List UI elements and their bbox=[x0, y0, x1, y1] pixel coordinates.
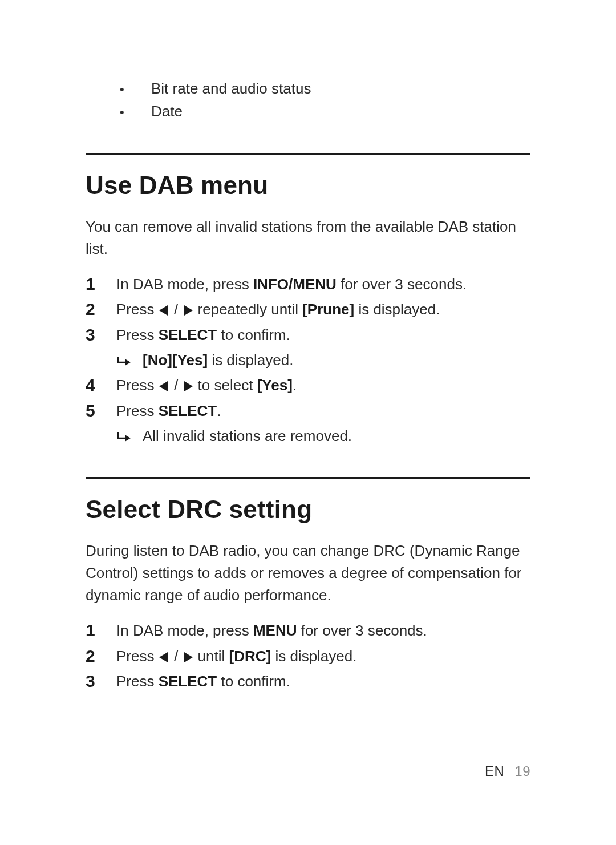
bold-text: SELECT bbox=[159, 326, 217, 343]
result-arrow-icon bbox=[116, 349, 143, 371]
bold-text: MENU bbox=[253, 622, 297, 639]
step-number: 4 bbox=[86, 374, 116, 397]
text: repeatedly until bbox=[193, 301, 302, 318]
left-right-nav-icon: / bbox=[159, 648, 194, 665]
text: to confirm. bbox=[217, 326, 290, 343]
bold-text: [No][Yes] bbox=[143, 351, 208, 369]
text: . bbox=[217, 402, 221, 419]
step-text: Press SELECT. All invalid stations are r… bbox=[116, 399, 530, 448]
step-text: Press SELECT to confirm. [No][Yes] is di… bbox=[116, 324, 530, 372]
section-heading: Use DAB menu bbox=[86, 171, 530, 200]
text: Press bbox=[116, 377, 159, 394]
step-number: 3 bbox=[86, 324, 116, 347]
step-3: 3 Press SELECT to confirm. bbox=[86, 670, 530, 693]
text: for over 3 seconds. bbox=[337, 276, 467, 293]
svg-marker-0 bbox=[159, 305, 168, 316]
bullet-text: Bit rate and audio status bbox=[151, 77, 311, 100]
step-text: In DAB mode, press INFO/MENU for over 3 … bbox=[116, 273, 530, 296]
left-right-nav-icon: / bbox=[159, 377, 194, 394]
language-code: EN bbox=[485, 763, 504, 779]
step-text: Press / repeatedly until [Prune] is disp… bbox=[116, 298, 530, 321]
section-divider bbox=[86, 477, 530, 479]
step-1: 1 In DAB mode, press MENU for over 3 sec… bbox=[86, 619, 530, 642]
bold-text: [DRC] bbox=[229, 648, 271, 665]
step-number: 2 bbox=[86, 298, 116, 321]
list-item: • Date bbox=[120, 100, 530, 123]
list-item: • Bit rate and audio status bbox=[120, 77, 530, 100]
step-number: 3 bbox=[86, 670, 116, 693]
bullet-text: Date bbox=[151, 100, 183, 123]
section-divider bbox=[86, 153, 530, 155]
bold-text: INFO/MENU bbox=[253, 276, 337, 293]
text: is displayed. bbox=[208, 351, 293, 369]
bold-text: SELECT bbox=[159, 402, 217, 419]
bullet-icon: • bbox=[120, 103, 151, 122]
step-text: Press / to select [Yes]. bbox=[116, 374, 530, 397]
text: for over 3 seconds. bbox=[297, 622, 427, 639]
step-text: Press SELECT to confirm. bbox=[116, 670, 530, 693]
result-text: [No][Yes] is displayed. bbox=[143, 349, 293, 371]
step-2: 2 Press / until [DRC] is displayed. bbox=[86, 645, 530, 668]
step-number: 5 bbox=[86, 399, 116, 423]
svg-marker-7 bbox=[184, 652, 193, 662]
bold-text: SELECT bbox=[159, 673, 217, 690]
svg-marker-1 bbox=[184, 305, 193, 316]
step-text: Press / until [DRC] is displayed. bbox=[116, 645, 530, 668]
step-number: 2 bbox=[86, 645, 116, 668]
step-5: 5 Press SELECT. All invalid stations are… bbox=[86, 399, 530, 448]
text: Press bbox=[116, 326, 159, 343]
document-page: • Bit rate and audio status • Date Use D… bbox=[0, 0, 616, 845]
result-text: All invalid stations are removed. bbox=[143, 424, 352, 447]
step-number: 1 bbox=[86, 619, 116, 642]
svg-marker-4 bbox=[184, 381, 193, 391]
step-number: 1 bbox=[86, 273, 116, 296]
section-intro: During listen to DAB radio, you can chan… bbox=[86, 540, 530, 607]
text: Press bbox=[116, 301, 159, 318]
text: Press bbox=[116, 673, 159, 690]
section-heading: Select DRC setting bbox=[86, 495, 530, 524]
bold-text: [Yes] bbox=[257, 377, 293, 394]
svg-marker-5 bbox=[125, 435, 131, 442]
text: until bbox=[193, 648, 229, 665]
step-text: In DAB mode, press MENU for over 3 secon… bbox=[116, 619, 530, 642]
left-right-nav-icon: / bbox=[159, 301, 194, 318]
page-number: 19 bbox=[514, 763, 530, 779]
step-result: All invalid stations are removed. bbox=[116, 424, 530, 447]
text: . bbox=[293, 377, 297, 394]
svg-marker-3 bbox=[159, 381, 168, 391]
step-1: 1 In DAB mode, press INFO/MENU for over … bbox=[86, 273, 530, 296]
page-footer: EN19 bbox=[485, 763, 530, 779]
text: to select bbox=[193, 377, 257, 394]
step-3: 3 Press SELECT to confirm. [No][Yes] is … bbox=[86, 324, 530, 372]
result-arrow-icon bbox=[116, 424, 143, 447]
bold-text: [Prune] bbox=[302, 301, 354, 318]
bullet-icon: • bbox=[120, 80, 151, 99]
text: In DAB mode, press bbox=[116, 276, 253, 293]
text: Press bbox=[116, 648, 159, 665]
svg-marker-2 bbox=[125, 359, 131, 366]
text: is displayed. bbox=[271, 648, 356, 665]
top-bullet-list: • Bit rate and audio status • Date bbox=[120, 77, 530, 123]
section-intro: You can remove all invalid stations from… bbox=[86, 216, 530, 260]
text: In DAB mode, press bbox=[116, 622, 253, 639]
step-result: [No][Yes] is displayed. bbox=[116, 349, 530, 371]
svg-marker-6 bbox=[159, 652, 168, 662]
text: Press bbox=[116, 402, 159, 419]
text: is displayed. bbox=[354, 301, 440, 318]
text: to confirm. bbox=[217, 673, 290, 690]
step-4: 4 Press / to select [Yes]. bbox=[86, 374, 530, 397]
step-2: 2 Press / repeatedly until [Prune] is di… bbox=[86, 298, 530, 321]
